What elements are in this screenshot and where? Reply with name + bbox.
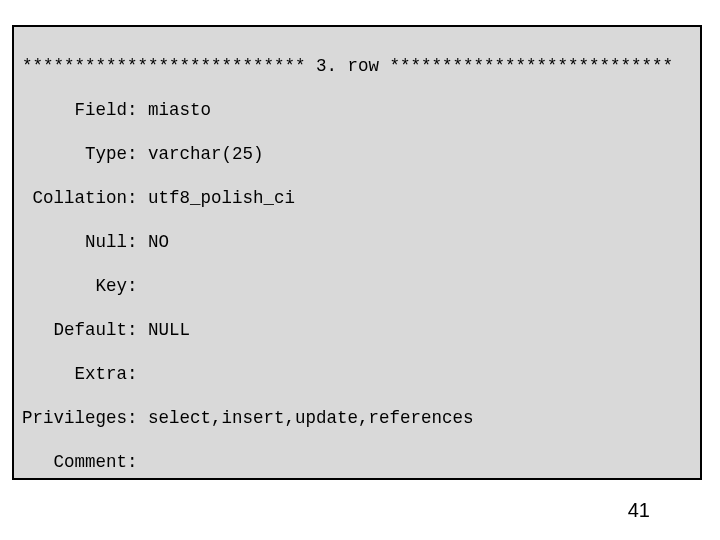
collation-row: Collation: utf8_polish_ci <box>22 187 692 209</box>
null-value: NO <box>148 232 169 252</box>
mysql-output-box: *************************** 3. row *****… <box>12 25 702 480</box>
null-row: Null: NO <box>22 231 692 253</box>
field-label: Field: <box>22 99 138 121</box>
page-number: 41 <box>628 499 650 522</box>
type-value: varchar(25) <box>148 144 264 164</box>
collation-label: Collation: <box>22 187 138 209</box>
extra-row: Extra: <box>22 363 692 385</box>
default-value: NULL <box>148 320 190 340</box>
key-row: Key: <box>22 275 692 297</box>
extra-label: Extra: <box>22 363 138 385</box>
null-label: Null: <box>22 231 138 253</box>
type-row: Type: varchar(25) <box>22 143 692 165</box>
type-label: Type: <box>22 143 138 165</box>
collation-value: utf8_polish_ci <box>148 188 295 208</box>
field-row: Field: miasto <box>22 99 692 121</box>
comment-label: Comment: <box>22 451 138 473</box>
default-row: Default: NULL <box>22 319 692 341</box>
key-label: Key: <box>22 275 138 297</box>
row-header: *************************** 3. row *****… <box>22 55 692 77</box>
comment-row: Comment: <box>22 451 692 473</box>
privileges-row: Privileges: select,insert,update,referen… <box>22 407 692 429</box>
privileges-value: select,insert,update,references <box>148 408 474 428</box>
default-label: Default: <box>22 319 138 341</box>
privileges-label: Privileges: <box>22 407 138 429</box>
field-value: miasto <box>148 100 211 120</box>
